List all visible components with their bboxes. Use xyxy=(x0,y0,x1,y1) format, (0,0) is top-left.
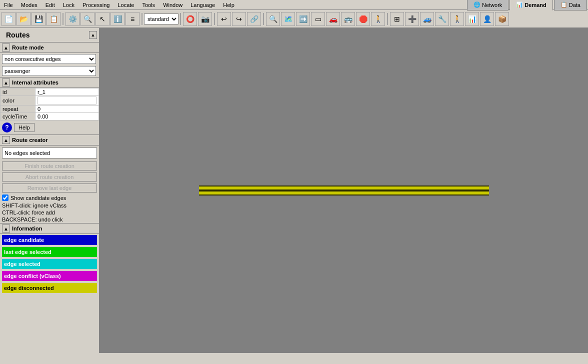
menu-window[interactable]: Window xyxy=(159,1,186,9)
info-last-edge: last edge selected xyxy=(2,247,97,257)
undo-btn[interactable]: ↩ xyxy=(217,12,231,26)
hint-ctrl: CTRL-click: force add xyxy=(0,209,99,216)
show-candidate-row: Show candidate edges xyxy=(0,194,99,202)
internal-attr-header[interactable]: ▲ Internal attributes xyxy=(0,77,99,88)
menu-file[interactable]: File xyxy=(0,1,17,9)
tool-btn[interactable]: 🔧 xyxy=(435,12,449,26)
car-btn[interactable]: 🚗 xyxy=(326,12,340,26)
person-btn[interactable]: 🚶 xyxy=(371,12,385,26)
demand-tab-label: Demand xyxy=(524,2,546,8)
saveas-btn[interactable]: 📋 xyxy=(46,12,60,26)
sep4 xyxy=(214,13,215,25)
route-creator-collapse-btn[interactable]: ▲ xyxy=(2,136,10,144)
svg-rect-2 xyxy=(199,190,489,192)
route-mode-collapse-btn[interactable]: ▲ xyxy=(2,44,10,52)
arrow-btn[interactable]: ➡️ xyxy=(296,12,310,26)
help-button[interactable]: Help xyxy=(14,123,34,132)
network-tab-label: Network xyxy=(482,2,502,8)
menu-edit[interactable]: Edit xyxy=(42,1,59,9)
menu-locate[interactable]: Locate xyxy=(114,1,138,9)
menu-language[interactable]: Language xyxy=(186,1,219,9)
attr-id-name: id xyxy=(0,88,36,96)
open-btn[interactable]: 📂 xyxy=(16,12,30,26)
settings-btn[interactable]: ⚙️ xyxy=(66,12,80,26)
attr-id-value xyxy=(36,88,99,96)
data-tab-icon: 📋 xyxy=(560,2,568,8)
save-btn[interactable]: 💾 xyxy=(32,12,46,26)
attr-row-cycletime: cycleTime xyxy=(0,113,99,120)
route-mode-header[interactable]: ▲ Route mode xyxy=(0,42,99,53)
network-tab-icon: 🌐 xyxy=(474,2,480,8)
remove-last-edge-btn[interactable]: Remove last edge xyxy=(2,184,97,192)
canvas-area[interactable] xyxy=(100,28,588,353)
info-btn[interactable]: ℹ️ xyxy=(110,12,124,26)
vehicle-btn[interactable]: 🚙 xyxy=(420,12,434,26)
help-row: ? Help xyxy=(0,120,99,134)
information-label: Information xyxy=(12,226,42,232)
menu-help[interactable]: Help xyxy=(219,1,238,9)
map-btn[interactable]: 🗺️ xyxy=(281,12,295,26)
panel-title: Routes xyxy=(2,29,34,41)
menu-tools[interactable]: Tools xyxy=(138,1,159,9)
menu-btn[interactable]: ≡ xyxy=(126,12,140,26)
attr-row-id: id xyxy=(0,88,99,96)
color-picker[interactable] xyxy=(38,96,96,104)
abort-route-btn[interactable]: Abort route creation xyxy=(2,172,97,182)
route-mode-dropdown1[interactable]: non consecutive edges consecutive edges xyxy=(2,54,96,64)
menu-lock[interactable]: Lock xyxy=(59,1,78,9)
left-panel: Routes ▲ ▲ Route mode non consecutive ed… xyxy=(0,28,100,353)
container-btn[interactable]: 📦 xyxy=(495,12,509,26)
menu-modes[interactable]: Modes xyxy=(17,1,42,9)
link-btn[interactable]: 🔗 xyxy=(247,12,261,26)
person2-btn[interactable]: 👤 xyxy=(480,12,494,26)
rect-btn[interactable]: ▭ xyxy=(311,12,325,26)
route-mode-dropdown2[interactable]: passenger truck bus xyxy=(2,66,96,76)
road-svg xyxy=(199,186,489,196)
route-mode-dropdown2-row: passenger truck bus xyxy=(0,65,99,77)
mode-select[interactable]: standard xyxy=(144,14,178,24)
bus-btn[interactable]: 🚌 xyxy=(341,12,355,26)
attr-repeat-input[interactable] xyxy=(38,106,96,112)
scroll-up-btn[interactable]: ▲ xyxy=(89,31,97,39)
toolbar: 📄 📂 💾 📋 ⚙️ 🔍 ↖ ℹ️ ≡ standard ⭕ 📷 ↩ ↪ 🔗 🔍… xyxy=(0,10,588,28)
search-btn[interactable]: 🔍 xyxy=(266,12,280,26)
sep2 xyxy=(142,13,142,25)
information-header[interactable]: ▲ Information xyxy=(0,223,99,234)
internal-attr-collapse-btn[interactable]: ▲ xyxy=(2,78,10,86)
select-btn[interactable]: ↖ xyxy=(96,12,110,26)
attr-table: id color repeat cycleTime xyxy=(0,88,99,120)
flow-btn[interactable]: 📊 xyxy=(465,12,479,26)
stop-btn[interactable]: 🛑 xyxy=(356,12,370,26)
route-creator-header[interactable]: ▲ Route creator xyxy=(0,134,99,146)
hint-backspace: BACKSPACE: undo click xyxy=(0,216,99,223)
plus-btn[interactable]: ➕ xyxy=(405,12,419,26)
grid-btn[interactable]: ⊞ xyxy=(390,12,404,26)
attr-cycletime-name: cycleTime xyxy=(0,113,36,120)
tab-network[interactable]: 🌐 Network xyxy=(467,0,508,10)
attr-color-name: color xyxy=(0,96,36,106)
attr-cycletime-value xyxy=(36,113,99,120)
info-edge-candidate: edge candidate xyxy=(2,235,97,245)
info-edge-conflict: edge conflict (vClass) xyxy=(2,271,97,281)
menu-processing[interactable]: Processing xyxy=(78,1,114,9)
finish-route-btn[interactable]: Finish route creation xyxy=(2,162,97,170)
info-edge-selected: edge selected xyxy=(2,259,97,269)
attr-id-input[interactable] xyxy=(38,89,96,95)
help-icon: ? xyxy=(2,122,12,132)
new-btn[interactable]: 📄 xyxy=(2,12,16,26)
walk-btn[interactable]: 🚶 xyxy=(450,12,464,26)
tab-demand[interactable]: 📊 Demand xyxy=(510,0,552,10)
attr-cycletime-input[interactable] xyxy=(38,114,96,120)
circle-btn[interactable]: ⭕ xyxy=(183,12,197,26)
zoom-fit-btn[interactable]: 🔍 xyxy=(80,12,94,26)
show-candidate-checkbox[interactable] xyxy=(2,194,8,201)
camera-btn[interactable]: 📷 xyxy=(198,12,212,26)
no-edges-text: No edges selected xyxy=(4,150,50,156)
information-collapse-btn[interactable]: ▲ xyxy=(2,224,10,232)
redo-btn[interactable]: ↪ xyxy=(232,12,246,26)
info-edge-disconnected: edge disconnected xyxy=(2,283,97,293)
route-creator-label: Route creator xyxy=(12,137,48,143)
data-tab-label: Data xyxy=(569,2,580,8)
attr-repeat-name: repeat xyxy=(0,106,36,113)
tab-data[interactable]: 📋 Data xyxy=(554,0,587,10)
